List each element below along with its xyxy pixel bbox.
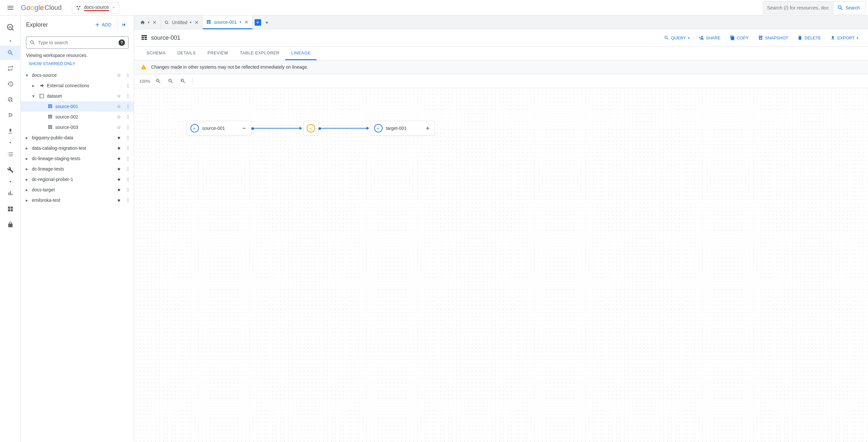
- rail-bigquery-icon[interactable]: [4, 21, 17, 34]
- chevron-right-icon[interactable]: ▸: [24, 135, 30, 140]
- share-button[interactable]: SHARE: [695, 33, 724, 42]
- show-starred-link[interactable]: SHOW STARRED ONLY: [21, 59, 134, 70]
- lineage-node-process[interactable]: [304, 121, 318, 136]
- more-icon[interactable]: ⋮: [125, 93, 131, 99]
- star-outline-icon[interactable]: ☆: [115, 125, 123, 130]
- subtab-schema[interactable]: SCHEMA: [141, 46, 172, 60]
- more-icon[interactable]: ⋮: [125, 166, 131, 171]
- more-icon[interactable]: ⋮: [125, 125, 131, 130]
- star-outline-icon[interactable]: ☆: [115, 104, 123, 109]
- tree-docs-target[interactable]: ▸ docs-target ★ ⋮: [21, 185, 134, 195]
- more-icon[interactable]: ⋮: [125, 156, 131, 161]
- rail-capacity[interactable]: [3, 202, 18, 216]
- add-button[interactable]: ADD: [92, 20, 114, 30]
- rail-bi-engine[interactable]: [3, 217, 18, 232]
- lineage-canvas[interactable]: source-001 − target-001: [134, 88, 868, 442]
- rail-migration[interactable]: [3, 108, 18, 122]
- chevron-down-icon[interactable]: ▾: [24, 72, 30, 78]
- chevron-right-icon[interactable]: ▸: [24, 197, 30, 203]
- explorer-search-input[interactable]: [38, 40, 116, 45]
- search-button[interactable]: Search: [832, 1, 865, 14]
- star-filled-icon[interactable]: ★: [115, 197, 123, 203]
- chevron-down-icon[interactable]: ▾: [240, 20, 241, 24]
- tree-bigquery-public[interactable]: ▸ bigquery-public-data ★ ⋮: [21, 132, 134, 143]
- star-filled-icon[interactable]: ★: [115, 156, 123, 161]
- tab-home[interactable]: ▾ ✕: [137, 15, 161, 29]
- star-filled-icon[interactable]: ★: [115, 177, 123, 182]
- chevron-down-icon[interactable]: ▾: [148, 21, 150, 24]
- rail-settings[interactable]: [3, 163, 18, 177]
- star-filled-icon[interactable]: ★: [115, 146, 123, 151]
- lineage-node-target[interactable]: target-001 +: [370, 121, 435, 136]
- rail-analytics[interactable]: [3, 92, 18, 107]
- chevron-right-icon[interactable]: ▸: [24, 146, 30, 151]
- tree-source-001[interactable]: source-001 ☆ ⋮: [21, 101, 134, 112]
- tree-dataset[interactable]: ▾ dataset ☆ ⋮: [21, 91, 134, 101]
- star-filled-icon[interactable]: ★: [115, 135, 123, 140]
- rail-scheduled[interactable]: [3, 77, 18, 91]
- search-input[interactable]: [767, 5, 829, 10]
- copy-button[interactable]: COPY: [726, 33, 752, 42]
- more-icon[interactable]: ⋮: [125, 146, 131, 151]
- chevron-right-icon[interactable]: ▸: [24, 166, 30, 171]
- star-filled-icon[interactable]: ★: [115, 187, 123, 192]
- star-filled-icon[interactable]: ★: [115, 166, 123, 171]
- snapshot-button[interactable]: SNAPSHOT: [755, 33, 792, 42]
- tree-dc-staging[interactable]: ▸ dc-lineage-staging-tests ★ ⋮: [21, 153, 134, 164]
- close-icon[interactable]: ✕: [152, 19, 157, 26]
- subtab-details[interactable]: DETAILS: [172, 46, 202, 60]
- zoom-in-button[interactable]: [154, 77, 162, 85]
- star-outline-icon[interactable]: ☆: [115, 114, 123, 120]
- tree-external-connections[interactable]: ▸ External connections ⋮: [21, 81, 134, 91]
- lineage-node-source[interactable]: source-001 −: [186, 121, 251, 136]
- new-tab-button[interactable]: +: [253, 15, 263, 29]
- chevron-down-icon[interactable]: ▾: [190, 21, 191, 24]
- collapse-icon[interactable]: −: [241, 125, 247, 132]
- more-icon[interactable]: ⋮: [125, 135, 131, 140]
- more-icon[interactable]: ⋮: [125, 72, 131, 78]
- more-icon[interactable]: ⋮: [125, 104, 131, 109]
- rail-monitoring[interactable]: [3, 186, 18, 200]
- new-tab-menu[interactable]: ▾: [263, 15, 271, 29]
- chevron-right-icon[interactable]: ▸: [24, 156, 30, 161]
- star-outline-icon[interactable]: ☆: [115, 72, 123, 78]
- rail-share[interactable]: [3, 124, 18, 138]
- collapse-panel-button[interactable]: [117, 20, 129, 30]
- more-icon[interactable]: ⋮: [125, 187, 131, 192]
- google-cloud-logo[interactable]: Google Cloud: [21, 4, 62, 12]
- subtab-preview[interactable]: PREVIEW: [202, 46, 234, 60]
- close-icon[interactable]: ✕: [244, 19, 249, 25]
- close-icon[interactable]: ✕: [194, 19, 199, 26]
- tab-untitled[interactable]: Untitled ▾ ✕: [161, 15, 203, 29]
- rail-list[interactable]: [3, 147, 18, 161]
- chevron-right-icon[interactable]: ▸: [24, 177, 30, 182]
- chevron-right-icon[interactable]: ▸: [30, 83, 36, 88]
- subtab-lineage[interactable]: LINEAGE: [285, 46, 316, 60]
- tree-data-catalog[interactable]: ▸ data-catalog-migration-test ★ ⋮: [21, 143, 134, 153]
- query-button[interactable]: QUERY ▾: [661, 33, 693, 42]
- more-icon[interactable]: ⋮: [125, 83, 131, 88]
- project-selector[interactable]: docs-source: [72, 2, 119, 14]
- delete-button[interactable]: DELETE: [794, 33, 825, 42]
- star-outline-icon[interactable]: ☆: [115, 93, 123, 99]
- rail-transfers[interactable]: [3, 61, 18, 75]
- more-icon[interactable]: ⋮: [125, 114, 131, 120]
- more-icon[interactable]: ⋮: [125, 177, 131, 182]
- subtab-table-explorer[interactable]: TABLE EXPLORER: [234, 46, 285, 60]
- zoom-out-button[interactable]: [166, 77, 175, 85]
- chevron-down-icon[interactable]: ▾: [30, 93, 36, 99]
- expand-icon[interactable]: +: [425, 125, 431, 132]
- export-button[interactable]: EXPORT ▾: [827, 33, 862, 42]
- more-icon[interactable]: ⋮: [125, 197, 131, 203]
- tree-emilsroka[interactable]: ▸ emilsroka-test ★ ⋮: [21, 195, 134, 206]
- help-icon[interactable]: ?: [119, 39, 125, 46]
- tree-project-docs-source[interactable]: ▾ docs-source ☆ ⋮: [21, 70, 134, 81]
- explorer-search[interactable]: ?: [26, 36, 129, 49]
- tree-dc-regional[interactable]: ▸ dc-regional-prober-1 ★ ⋮: [21, 174, 134, 185]
- tree-source-002[interactable]: source-002 ☆ ⋮: [21, 112, 134, 122]
- tab-source-001[interactable]: source-001 ▾ ✕: [203, 15, 252, 29]
- chevron-right-icon[interactable]: ▸: [24, 187, 30, 192]
- tree-dc-tests[interactable]: ▸ dc-lineage-tests ★ ⋮: [21, 164, 134, 174]
- global-search[interactable]: [763, 1, 833, 14]
- tree-source-003[interactable]: source-003 ☆ ⋮: [21, 122, 134, 132]
